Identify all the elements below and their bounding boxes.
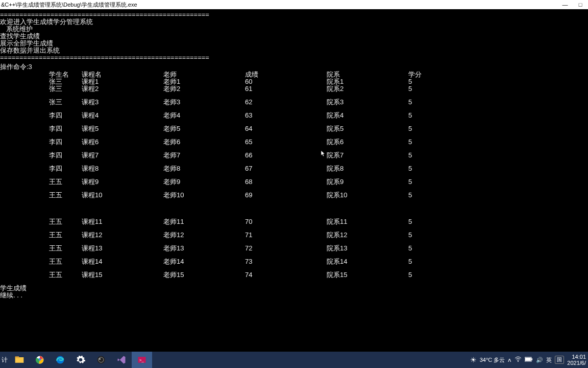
table-cell: 学生名 bbox=[0, 71, 82, 78]
minimize-button[interactable]: — bbox=[557, 0, 573, 9]
table-cell: 课程1 bbox=[82, 78, 163, 85]
table-row: 张三课程1老师160院系15 bbox=[0, 78, 587, 85]
table-cell: 课程3 bbox=[82, 99, 163, 106]
weather-icon[interactable]: ☀ bbox=[470, 356, 477, 364]
table-cell: 院系4 bbox=[327, 112, 408, 119]
table-cell: 院系5 bbox=[327, 125, 408, 132]
table-cell: 5 bbox=[408, 218, 470, 225]
table-cell: 74 bbox=[245, 271, 327, 279]
table-cell: 课程15 bbox=[82, 271, 163, 279]
table-cell: 王五 bbox=[0, 192, 82, 199]
console-output: ========================================… bbox=[0, 9, 588, 300]
table-cell: 李四 bbox=[0, 165, 82, 172]
table-row: 王五课程15老师1574院系155 bbox=[0, 271, 587, 279]
table-cell: 老师 bbox=[163, 71, 245, 78]
table-cell: 5 bbox=[408, 232, 470, 239]
table-cell: 王五 bbox=[0, 178, 82, 186]
table-cell: 老师1 bbox=[163, 78, 245, 85]
window-controls: — □ bbox=[557, 0, 588, 9]
table-cell: 64 bbox=[245, 125, 327, 132]
ime-lang[interactable]: 英 bbox=[546, 356, 552, 364]
table-cell: 院系7 bbox=[327, 152, 408, 159]
table-cell: 课程13 bbox=[82, 245, 163, 252]
table-cell: 王五 bbox=[0, 271, 82, 279]
table-cell: 院系3 bbox=[327, 99, 408, 106]
table-cell: 院系10 bbox=[327, 192, 408, 199]
svg-rect-1 bbox=[15, 356, 19, 358]
welcome-line: 欢迎进入学生成绩学分管理系统 bbox=[0, 18, 587, 26]
volume-icon[interactable]: 🔊 bbox=[536, 357, 543, 363]
table-cell: 院系11 bbox=[327, 218, 408, 225]
visual-studio-icon[interactable] bbox=[111, 352, 132, 368]
table-row: 学生名课程名老师成绩院系学分 bbox=[0, 71, 587, 78]
table-cell: 张三 bbox=[0, 78, 82, 85]
menu-item-4: 保存数据并退出系统 bbox=[0, 47, 587, 54]
table-cell: 70 bbox=[245, 218, 327, 225]
table-cell: 院系1 bbox=[327, 78, 408, 85]
table-cell: 67 bbox=[245, 165, 327, 172]
table-cell: 5 bbox=[408, 245, 470, 252]
table-cell: 李四 bbox=[0, 139, 82, 146]
table-row: 李四课程7老师766院系75 bbox=[0, 152, 587, 159]
table-cell: 5 bbox=[408, 258, 470, 265]
table-cell: 老师2 bbox=[163, 85, 245, 93]
chrome-icon[interactable] bbox=[30, 352, 50, 368]
table-cell: 课程4 bbox=[82, 112, 163, 119]
table-cell: 60 bbox=[245, 78, 327, 85]
table-cell: 院系13 bbox=[327, 245, 408, 252]
start-hint[interactable]: 计 bbox=[0, 352, 9, 368]
wifi-icon[interactable] bbox=[514, 356, 522, 363]
edge-icon[interactable] bbox=[50, 352, 70, 368]
taskbar[interactable]: 计 >_ ☀ 34°C 多云 ʌ 🔊 英 bbox=[0, 352, 588, 368]
menu-item-1: 系统维护 bbox=[0, 26, 587, 33]
table-cell: 5 bbox=[408, 112, 470, 119]
table-cell: 72 bbox=[245, 245, 327, 252]
table-cell: 李四 bbox=[0, 152, 82, 159]
table-cell: 课程8 bbox=[82, 165, 163, 172]
table-cell: 王五 bbox=[0, 218, 82, 225]
table-cell: 65 bbox=[245, 139, 327, 146]
table-cell: 张三 bbox=[0, 99, 82, 106]
settings-icon[interactable] bbox=[70, 352, 91, 368]
table-cell: 课程7 bbox=[82, 152, 163, 159]
table-row: 王五课程12老师1271院系125 bbox=[0, 232, 587, 239]
console-app-icon[interactable]: >_ bbox=[132, 352, 152, 368]
table-cell: 院系8 bbox=[327, 165, 408, 172]
table-cell: 5 bbox=[408, 78, 470, 85]
tray-clock[interactable]: 14:01 2021/6/ bbox=[567, 354, 586, 366]
table-cell: 71 bbox=[245, 232, 327, 239]
table-cell: 61 bbox=[245, 85, 327, 93]
table-row: 李四课程4老师463院系45 bbox=[0, 112, 587, 119]
obs-icon[interactable] bbox=[91, 352, 111, 368]
table-cell: 王五 bbox=[0, 245, 82, 252]
battery-icon[interactable] bbox=[525, 357, 533, 363]
tray-chevron-icon[interactable]: ʌ bbox=[508, 357, 511, 363]
table-cell: 老师4 bbox=[163, 112, 245, 119]
file-explorer-icon[interactable] bbox=[9, 352, 30, 368]
table-cell: 68 bbox=[245, 178, 327, 186]
table-row: 李四课程8老师867院系85 bbox=[0, 165, 587, 172]
table-cell: 课程名 bbox=[82, 71, 163, 78]
tray-date: 2021/6/ bbox=[567, 360, 586, 366]
command-prompt: 操作命令:3 bbox=[0, 63, 587, 71]
table-cell: 课程14 bbox=[82, 258, 163, 265]
table-row: 张三课程3老师362院系35 bbox=[0, 99, 587, 106]
table-cell: 老师15 bbox=[163, 271, 245, 279]
ime-kb[interactable]: 国 bbox=[555, 356, 564, 364]
table-cell: 课程11 bbox=[82, 218, 163, 225]
table-cell: 老师8 bbox=[163, 165, 245, 172]
table-row: 王五课程13老师1372院系135 bbox=[0, 245, 587, 252]
table-row: 王五课程11老师1170院系115 bbox=[0, 218, 587, 225]
table-cell: 院系9 bbox=[327, 178, 408, 186]
table-cell: 成绩 bbox=[245, 71, 327, 78]
divider-top: ========================================… bbox=[0, 11, 587, 18]
table-row: 李四课程5老师564院系55 bbox=[0, 125, 587, 132]
maximize-button[interactable]: □ bbox=[573, 0, 588, 9]
menu-item-2: 查找学生成绩 bbox=[0, 33, 587, 40]
divider-bottom: ========================================… bbox=[0, 54, 587, 61]
table-cell: 李四 bbox=[0, 112, 82, 119]
table-cell: 王五 bbox=[0, 258, 82, 265]
table-row: 王五课程9老师968院系95 bbox=[0, 178, 587, 186]
weather-text[interactable]: 34°C 多云 bbox=[480, 356, 505, 364]
table-cell: 课程2 bbox=[82, 85, 163, 93]
